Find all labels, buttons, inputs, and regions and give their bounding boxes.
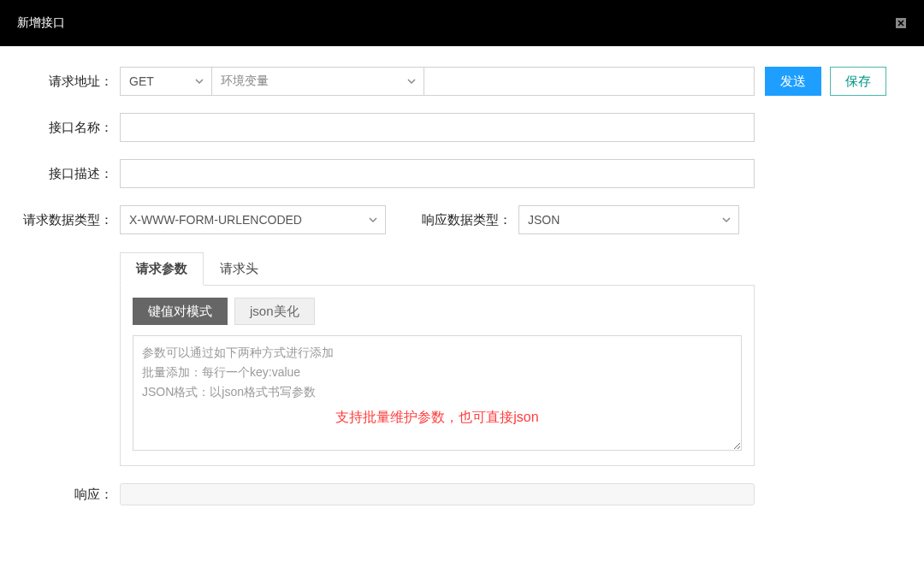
chevron-down-icon bbox=[406, 76, 417, 86]
tab-request-params[interactable]: 请求参数 bbox=[120, 252, 204, 286]
label-request-type: 请求数据类型： bbox=[9, 212, 120, 228]
row-api-desc: 接口描述： bbox=[9, 159, 907, 188]
row-request-url: 请求地址： GET 环境变量 发送 保存 bbox=[9, 67, 907, 96]
response-output bbox=[120, 483, 755, 505]
label-request-url: 请求地址： bbox=[9, 74, 120, 90]
http-method-select[interactable]: GET bbox=[120, 67, 212, 96]
label-response-type: 响应数据类型： bbox=[386, 212, 518, 228]
close-icon[interactable] bbox=[895, 17, 907, 29]
param-tabs: 请求参数 请求头 bbox=[120, 251, 755, 286]
label-api-desc: 接口描述： bbox=[9, 166, 120, 182]
modal-header: 新增接口 bbox=[0, 0, 924, 46]
row-api-name: 接口名称： bbox=[9, 113, 907, 142]
http-method-value: GET bbox=[129, 74, 154, 88]
env-variable-placeholder: 环境变量 bbox=[221, 74, 269, 89]
row-data-types: 请求数据类型： X-WWW-FORM-URLENCODED 响应数据类型： JS… bbox=[9, 205, 907, 234]
row-params: 请求参数 请求头 键值对模式 json美化 支持批量维护参数，也可直接json bbox=[9, 251, 907, 466]
modal-title: 新增接口 bbox=[17, 15, 65, 31]
api-name-input[interactable] bbox=[120, 113, 755, 142]
tab-request-headers[interactable]: 请求头 bbox=[204, 252, 275, 286]
response-type-value: JSON bbox=[528, 213, 560, 227]
kv-mode-button[interactable]: 键值对模式 bbox=[133, 298, 228, 325]
save-button[interactable]: 保存 bbox=[830, 67, 886, 96]
response-type-select[interactable]: JSON bbox=[518, 205, 739, 234]
env-variable-select[interactable]: 环境变量 bbox=[212, 67, 424, 96]
chevron-down-icon bbox=[194, 76, 204, 86]
json-beautify-button[interactable]: json美化 bbox=[234, 298, 315, 325]
api-desc-input[interactable] bbox=[120, 159, 755, 188]
row-response: 响应： bbox=[9, 483, 907, 505]
request-type-select[interactable]: X-WWW-FORM-URLENCODED bbox=[120, 205, 386, 234]
url-input[interactable] bbox=[424, 67, 755, 96]
chevron-down-icon bbox=[368, 215, 378, 225]
label-response: 响应： bbox=[9, 487, 120, 503]
tab-body-params: 键值对模式 json美化 支持批量维护参数，也可直接json bbox=[120, 286, 755, 466]
send-button[interactable]: 发送 bbox=[765, 67, 821, 96]
label-api-name: 接口名称： bbox=[9, 120, 120, 136]
params-textarea[interactable] bbox=[133, 335, 742, 451]
request-type-value: X-WWW-FORM-URLENCODED bbox=[129, 213, 302, 227]
chevron-down-icon bbox=[721, 215, 732, 225]
